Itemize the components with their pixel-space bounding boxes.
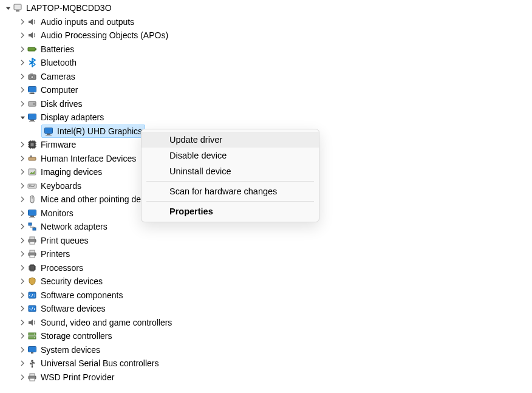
svg-rect-16 — [45, 128, 53, 133]
monitor-icon — [43, 126, 54, 137]
tree-item-label: LAPTOP-MQBCDD3O — [26, 1, 112, 15]
chevron-right-icon[interactable] — [18, 60, 27, 66]
svg-rect-50 — [30, 378, 35, 381]
tree-item-label: Intel(R) UHD Graphics — [57, 125, 142, 138]
svg-rect-17 — [47, 134, 50, 135]
chevron-right-icon[interactable] — [18, 196, 27, 202]
tree-item-printers[interactable]: Printers — [0, 247, 532, 261]
svg-rect-28 — [30, 216, 34, 217]
chevron-right-icon[interactable] — [18, 210, 27, 216]
tree-item-software-components[interactable]: Software components — [0, 289, 532, 302]
chevron-right-icon[interactable] — [18, 87, 27, 93]
tree-item-label: Printers — [41, 247, 70, 261]
tree-item-security-devices[interactable]: Security devices — [0, 275, 532, 289]
tree-item-label: WSD Print Provider — [41, 371, 114, 384]
chevron-right-icon[interactable] — [18, 251, 27, 257]
network-icon — [27, 221, 38, 232]
tree-item-wsd-print-provider[interactable]: WSD Print Provider — [0, 371, 532, 384]
svg-point-12 — [33, 103, 34, 104]
chevron-right-icon[interactable] — [18, 292, 27, 298]
chevron-right-icon[interactable] — [18, 32, 27, 38]
tree-item-universal-serial-bus-controllers[interactable]: Universal Serial Bus controllers — [0, 357, 532, 371]
chevron-right-icon[interactable] — [18, 183, 27, 189]
menu-item-properties[interactable]: Properties — [142, 203, 319, 219]
menu-separator — [146, 201, 314, 202]
chevron-right-icon[interactable] — [18, 360, 27, 366]
context-menu: Update driverDisable deviceUninstall dev… — [141, 129, 319, 222]
svg-point-47 — [32, 366, 33, 368]
disk-icon — [27, 98, 38, 109]
tree-item-label: Sound, video and game controllers — [41, 316, 172, 330]
chevron-right-icon[interactable] — [18, 169, 27, 175]
tree-item-label: Security devices — [41, 275, 103, 289]
chip-icon — [27, 139, 38, 150]
tree-item-software-devices[interactable]: Software devices — [0, 302, 532, 316]
tree-item-print-queues[interactable]: Print queues — [0, 234, 532, 248]
hid-icon — [27, 153, 38, 164]
chevron-right-icon[interactable] — [18, 155, 27, 162]
tree-item-display-adapters[interactable]: Display adapters — [0, 111, 532, 125]
tree-item-label: Software devices — [41, 302, 106, 316]
svg-rect-46 — [31, 352, 33, 354]
svg-rect-7 — [29, 87, 36, 92]
chevron-right-icon[interactable] — [18, 73, 27, 80]
svg-rect-37 — [30, 255, 35, 258]
tree-item-label: Human Interface Devices — [41, 152, 136, 166]
chevron-right-icon[interactable] — [18, 374, 27, 380]
monitor-icon — [27, 112, 38, 123]
chevron-down-icon[interactable] — [4, 5, 12, 11]
tree-item-processors[interactable]: Processors — [0, 261, 532, 275]
chevron-right-icon[interactable] — [18, 265, 27, 271]
chevron-right-icon[interactable] — [18, 224, 27, 230]
svg-rect-6 — [30, 73, 33, 75]
svg-rect-22 — [30, 155, 32, 157]
monitor-icon — [27, 208, 38, 219]
software-icon — [27, 290, 38, 301]
chevron-right-icon[interactable] — [18, 142, 27, 148]
svg-rect-9 — [29, 94, 35, 94]
chevron-right-icon[interactable] — [18, 46, 27, 52]
tree-item-storage-controllers[interactable]: Storage controllers — [0, 329, 532, 343]
menu-item-scan-for-hardware-changes[interactable]: Scan for hardware changes — [142, 183, 319, 199]
chevron-right-icon[interactable] — [18, 320, 27, 326]
svg-point-5 — [31, 76, 33, 78]
speaker-icon — [27, 317, 38, 328]
tree-item-sound-video-and-game-controllers[interactable]: Sound, video and game controllers — [0, 316, 532, 330]
svg-rect-49 — [30, 374, 35, 376]
svg-rect-38 — [30, 265, 35, 270]
chevron-right-icon[interactable] — [18, 278, 27, 284]
tree-item-computer[interactable]: Computer — [0, 83, 532, 97]
selected-node[interactable]: Intel(R) UHD Graphics — [41, 125, 145, 138]
usb-icon — [27, 358, 38, 369]
tree-item-disk-drives[interactable]: Disk drives — [0, 97, 532, 111]
tree-item-audio-processing-objects-apos[interactable]: Audio Processing Objects (APOs) — [0, 29, 532, 43]
chevron-right-icon[interactable] — [18, 19, 27, 25]
tree-item-root[interactable]: LAPTOP-MQBCDD3O — [0, 1, 532, 15]
menu-item-disable-device[interactable]: Disable device — [142, 148, 319, 163]
tree-item-system-devices[interactable]: System devices — [0, 343, 532, 357]
svg-rect-2 — [28, 47, 35, 51]
svg-rect-30 — [29, 223, 32, 225]
tree-item-label: Computer — [41, 83, 78, 97]
tree-item-batteries[interactable]: Batteries — [0, 43, 532, 56]
svg-rect-23 — [29, 169, 36, 175]
svg-point-44 — [34, 337, 35, 338]
menu-item-uninstall-device[interactable]: Uninstall device — [142, 163, 319, 179]
chevron-right-icon[interactable] — [18, 333, 27, 339]
tree-item-audio-inputs-and-outputs[interactable]: Audio inputs and outputs — [0, 15, 532, 29]
chevron-right-icon[interactable] — [18, 306, 27, 312]
tree-item-label: Processors — [41, 261, 83, 275]
chevron-right-icon[interactable] — [18, 101, 27, 107]
printer-icon — [27, 248, 38, 259]
keyboard-icon — [27, 180, 38, 191]
tree-item-bluetooth[interactable]: Bluetooth — [0, 56, 532, 70]
storage-icon — [27, 330, 38, 341]
chevron-right-icon[interactable] — [18, 347, 27, 353]
svg-rect-13 — [29, 114, 36, 120]
menu-item-update-driver[interactable]: Update driver — [142, 132, 319, 148]
chevron-right-icon[interactable] — [18, 238, 27, 244]
chevron-down-icon[interactable] — [18, 115, 27, 120]
svg-rect-29 — [29, 217, 35, 217]
battery-icon — [27, 44, 38, 55]
tree-item-cameras[interactable]: Cameras — [0, 70, 532, 84]
